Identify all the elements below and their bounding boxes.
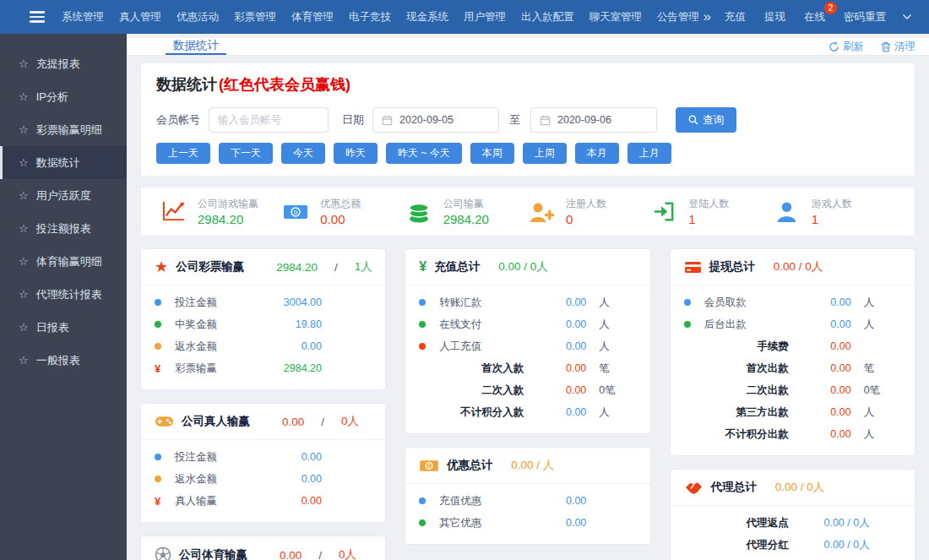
quick-yesterday-button[interactable]: 昨天 bbox=[334, 143, 378, 164]
banknote-icon: 0 bbox=[282, 203, 309, 221]
stat-row: 不计积分出款0.00人 bbox=[684, 423, 901, 445]
top-menu-item-system-mgmt[interactable]: 系统管理 bbox=[54, 0, 111, 34]
stat-login-count: 登陆人数1 bbox=[650, 197, 773, 226]
stat-row: 不计积分入款0.00人 bbox=[419, 401, 636, 423]
stat-row: 代理返点0.00 / 0人 bbox=[684, 512, 901, 534]
blue-dot-icon bbox=[419, 497, 426, 504]
yen-icon: ¥ bbox=[155, 495, 175, 508]
refresh-button[interactable]: 刷新 bbox=[828, 40, 864, 54]
quick-this-week-button[interactable]: 本周 bbox=[470, 143, 514, 164]
stat-row: 手续费0.00 bbox=[684, 335, 901, 357]
online-label: 在线 bbox=[804, 10, 825, 24]
banknote-icon: 0 bbox=[419, 459, 439, 473]
stat-row: 其它优惠0.00 bbox=[419, 512, 636, 534]
svg-text:0: 0 bbox=[427, 463, 431, 469]
soccer-ball-icon bbox=[155, 546, 171, 560]
top-menu-item-esports-mgmt[interactable]: 电子竞技 bbox=[341, 0, 399, 34]
user-icon bbox=[774, 200, 801, 223]
password-reset-link[interactable]: 密码重置 bbox=[834, 0, 895, 34]
clear-button[interactable]: 清理 bbox=[881, 40, 915, 54]
quick-today-button[interactable]: 今天 bbox=[281, 143, 325, 164]
tab-data-statistics[interactable]: 数据统计 bbox=[166, 38, 226, 55]
top-menu-item-sports-mgmt[interactable]: 体育管理 bbox=[284, 0, 341, 34]
quick-prev-day-button[interactable]: 上一天 bbox=[156, 143, 210, 164]
page-title: 数据统计(红色代表会员赢钱) bbox=[156, 74, 899, 95]
quick-next-day-button[interactable]: 下一天 bbox=[219, 143, 273, 164]
blue-dot-icon bbox=[419, 299, 426, 306]
stat-row: 人工充值0.00人 bbox=[419, 335, 636, 357]
more-menus-icon[interactable]: » bbox=[699, 0, 715, 34]
sidebar-item-label: 投注额报表 bbox=[36, 221, 91, 237]
sidebar-item-label: IP分析 bbox=[36, 90, 68, 105]
star-icon: ☆ bbox=[19, 57, 29, 70]
withdraw-link[interactable]: 提现 bbox=[755, 0, 795, 34]
login-icon bbox=[650, 200, 677, 223]
sidebar-item-user-activity[interactable]: ☆用户活跃度 bbox=[0, 179, 127, 212]
green-dot-icon bbox=[684, 321, 691, 328]
member-account-input[interactable] bbox=[209, 107, 329, 133]
top-menu-item-chatroom-mgmt[interactable]: 聊天室管理 bbox=[582, 0, 650, 34]
stat-row: 投注金额3004.00 bbox=[155, 291, 372, 313]
page-title-note: (红色代表会员赢钱) bbox=[219, 76, 350, 93]
top-menu-item-live-mgmt[interactable]: 真人管理 bbox=[111, 0, 169, 34]
card-deposit-total: ¥ 充值总计 0.00 / 0人 转账汇款0.00人 在线支付0.00人 人工充… bbox=[405, 248, 650, 434]
sidebar-item-label: 数据统计 bbox=[36, 155, 80, 171]
hamburger-menu-icon[interactable] bbox=[20, 0, 54, 34]
top-navbar: 系统管理 真人管理 优惠活动 彩票管理 体育管理 电子竞技 现金系统 用户管理 … bbox=[0, 0, 929, 34]
chevron-down-icon[interactable] bbox=[895, 14, 919, 20]
sidebar-item-sports-winloss-detail[interactable]: ☆体育输赢明细 bbox=[0, 245, 127, 278]
star-icon: ☆ bbox=[19, 255, 29, 268]
stat-row: 二次入款0.000笔 bbox=[419, 379, 636, 401]
handshake-icon bbox=[684, 481, 704, 495]
red-dot-icon bbox=[419, 343, 426, 350]
date-to-input[interactable]: 2020-09-06 bbox=[530, 107, 657, 133]
stat-row: 二次出款0.000笔 bbox=[684, 379, 901, 401]
quick-this-month-button[interactable]: 本月 bbox=[575, 143, 619, 164]
blue-dot-icon bbox=[155, 299, 161, 306]
stat-row: 中奖金额19.80 bbox=[155, 313, 372, 335]
top-menu-item-lottery-mgmt[interactable]: 彩票管理 bbox=[226, 0, 284, 34]
sidebar-item-label: 彩票输赢明细 bbox=[36, 122, 102, 138]
quick-last-week-button[interactable]: 上周 bbox=[523, 143, 567, 164]
star-icon: ☆ bbox=[19, 90, 29, 103]
credit-card-icon bbox=[684, 260, 702, 275]
card-agent-total: 代理总计 0.00 / 0人 代理返点0.00 / 0人 代理分红0.00 / … bbox=[670, 469, 915, 560]
sidebar-item-lottery-winloss-detail[interactable]: ☆彩票输赢明细 bbox=[0, 113, 127, 146]
recharge-link[interactable]: 充值 bbox=[715, 0, 755, 34]
topbar-right-actions: 充值 提现 在线2 密码重置 bbox=[715, 0, 929, 34]
sidebar-item-general-report[interactable]: ☆一般报表 bbox=[0, 344, 127, 377]
sidebar-item-label: 代理统计报表 bbox=[36, 287, 102, 302]
quick-yesterday-to-today-button[interactable]: 昨天 ~ 今天 bbox=[386, 143, 462, 164]
green-dot-icon bbox=[155, 321, 161, 328]
top-menu-item-announcement-mgmt[interactable]: 公告管理 bbox=[649, 0, 699, 34]
top-menu: 系统管理 真人管理 优惠活动 彩票管理 体育管理 电子竞技 现金系统 用户管理 … bbox=[54, 0, 699, 34]
stat-row: 投注金额0.00 bbox=[155, 446, 372, 468]
card-lottery-winloss: ★ 公司彩票输赢 2984.20 / 1人 投注金额3004.00 中奖金额19… bbox=[140, 248, 386, 390]
top-menu-item-cash-system[interactable]: 现金系统 bbox=[399, 0, 456, 34]
top-menu-item-payment-config[interactable]: 出入款配置 bbox=[513, 0, 582, 34]
date-label: 日期 bbox=[342, 112, 364, 128]
svg-text:0: 0 bbox=[294, 209, 298, 216]
online-link[interactable]: 在线2 bbox=[795, 0, 834, 34]
stat-row: ¥真人输赢0.00 bbox=[155, 490, 372, 512]
card-sports-winloss: 公司体育输赢 0.00 / 0人 投注金额0.00 bbox=[140, 536, 386, 560]
sidebar-item-daily-report[interactable]: ☆日报表 bbox=[0, 311, 127, 344]
date-from-input[interactable]: 2020-09-05 bbox=[372, 107, 499, 133]
sidebar-item-label: 日报表 bbox=[36, 320, 69, 335]
user-plus-icon bbox=[528, 200, 555, 224]
top-menu-item-user-mgmt[interactable]: 用户管理 bbox=[456, 0, 513, 34]
stat-row: 第三方出款0.00人 bbox=[684, 401, 901, 423]
quick-last-month-button[interactable]: 上月 bbox=[627, 143, 671, 164]
sidebar-item-data-statistics[interactable]: ☆数据统计 bbox=[0, 146, 127, 179]
sidebar-item-label: 体育输赢明细 bbox=[36, 254, 102, 269]
stat-row: 代理分红0.00 / 0人 bbox=[684, 534, 901, 556]
calendar-icon bbox=[540, 115, 551, 126]
sidebar-item-bet-amount-report[interactable]: ☆投注额报表 bbox=[0, 212, 127, 245]
sidebar-item-agent-statistics-report[interactable]: ☆代理统计报表 bbox=[0, 278, 127, 311]
sidebar-item-ip-analysis[interactable]: ☆IP分析 bbox=[0, 80, 127, 113]
top-menu-item-promo-activity[interactable]: 优惠活动 bbox=[169, 0, 226, 34]
search-button[interactable]: 查询 bbox=[676, 107, 736, 133]
star-icon: ☆ bbox=[19, 222, 29, 235]
sidebar-item-recharge-withdraw-report[interactable]: ☆充提报表 bbox=[0, 47, 127, 80]
green-dot-icon bbox=[419, 519, 426, 526]
